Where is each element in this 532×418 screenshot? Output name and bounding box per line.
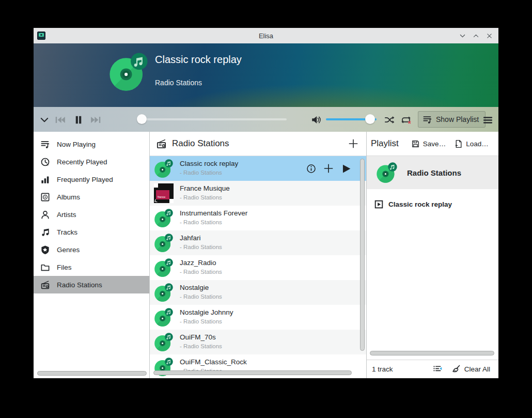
station-subtitle: - Radio Stations <box>180 343 222 349</box>
browse-title: Radio Stations <box>172 138 348 149</box>
playlist-panel: Playlist Save… Load… Radio Stations Clas… <box>367 132 498 378</box>
browse-panel: Radio Stations Classic rock replay - Rad… <box>150 132 367 378</box>
minimize-button[interactable] <box>459 32 466 40</box>
collapse-header-button[interactable] <box>38 113 51 127</box>
sidebar-horizontal-scrollbar[interactable] <box>37 371 147 376</box>
seek-slider-handle[interactable] <box>137 114 147 124</box>
station-enqueue-button[interactable] <box>323 163 334 174</box>
sidebar-item-artists[interactable]: Artists <box>34 206 149 223</box>
menu-button[interactable] <box>481 113 494 127</box>
station-subtitle: - Radio Stations <box>180 219 222 225</box>
sidebar-item-genres[interactable]: Genres <box>34 241 149 258</box>
sidebar-item-tracks[interactable]: Tracks <box>34 223 149 241</box>
skip-backward-button[interactable] <box>53 113 67 127</box>
station-subtitle: - Radio Stations <box>180 244 222 250</box>
skip-forward-button[interactable] <box>89 113 103 127</box>
sidebar-item-label: Files <box>57 264 72 271</box>
album-icon <box>40 192 50 202</box>
playlist-group-header[interactable]: Radio Stations <box>367 156 498 189</box>
volume-icon[interactable] <box>309 113 323 127</box>
station-play-button[interactable] <box>340 163 352 174</box>
station-info-button[interactable] <box>305 163 317 174</box>
station-title: Jazz_Radio <box>180 259 216 267</box>
radio-station-row[interactable]: Classic rock replay - Radio Stations <box>150 156 366 181</box>
station-subtitle: - Radio Stations <box>180 169 222 176</box>
genre-icon <box>40 245 50 255</box>
station-art-icon <box>154 233 174 253</box>
station-subtitle: - Radio Stations <box>180 194 222 200</box>
show-current-track-button[interactable] <box>433 364 443 374</box>
clear-all-button[interactable]: Clear All <box>451 364 490 374</box>
station-title: OuiFM_Classic_Rock <box>180 358 247 366</box>
show-playlist-label: Show Playlist <box>436 115 479 123</box>
station-title: Nostalgie Johnny <box>180 308 233 316</box>
load-playlist-button[interactable]: Load… <box>451 137 492 150</box>
save-icon <box>411 140 420 148</box>
station-art-france-musique: francemusique <box>154 183 174 203</box>
playlist-icon <box>423 115 432 125</box>
sidebar-item-files[interactable]: Files <box>34 258 149 276</box>
sidebar-item-radio-stations[interactable]: Radio Stations <box>34 276 149 293</box>
station-art-icon <box>154 208 174 228</box>
sidebar-item-label: Genres <box>57 246 80 254</box>
clear-all-label: Clear All <box>464 365 490 373</box>
load-playlist-label: Load… <box>466 140 489 148</box>
add-radio-button[interactable] <box>348 138 359 149</box>
show-playlist-button[interactable]: Show Playlist <box>418 111 486 128</box>
radio-icon <box>40 280 50 290</box>
pause-button[interactable] <box>72 113 85 127</box>
sidebar-item-albums[interactable]: Albums <box>34 188 149 206</box>
titlebar[interactable]: Elisa <box>34 28 498 43</box>
radio-station-row[interactable]: francemusique France Musique - Radio Sta… <box>150 181 366 206</box>
player-bar: Show Playlist <box>34 107 498 132</box>
sidebar-item-now-playing[interactable]: Now Playing <box>34 135 149 153</box>
clock-icon <box>40 157 50 167</box>
broom-icon <box>451 364 461 374</box>
volume-slider-handle[interactable] <box>365 114 375 124</box>
playlist-track-title: Classic rock replay <box>388 200 452 208</box>
seek-slider[interactable] <box>138 118 287 120</box>
sidebar-item-label: Now Playing <box>57 141 96 148</box>
header-track-title: Classic rock replay <box>155 54 242 66</box>
browse-vertical-scrollbar[interactable] <box>360 159 365 351</box>
volume-slider[interactable] <box>326 118 377 120</box>
station-title: France Musique <box>180 184 230 192</box>
show-current-track-icon <box>433 364 443 374</box>
save-playlist-label: Save… <box>423 140 446 148</box>
station-title: Jahfari <box>180 234 201 242</box>
sidebar: Now Playing Recently Played Frequently P… <box>34 132 150 378</box>
window-title: Elisa <box>259 32 273 40</box>
playlist-group-art-icon <box>376 162 398 183</box>
station-title: Classic rock replay <box>180 160 238 167</box>
radio-station-row[interactable]: Jahfari - Radio Stations <box>150 230 366 255</box>
playlist-horizontal-scrollbar[interactable] <box>370 351 494 355</box>
folder-icon <box>40 262 50 272</box>
playlist-title: Playlist <box>371 138 399 149</box>
station-subtitle: - Radio Stations <box>180 293 222 300</box>
close-button[interactable] <box>486 32 493 40</box>
repeat-off-button[interactable] <box>399 113 413 127</box>
save-playlist-button[interactable]: Save… <box>408 137 449 150</box>
header-track-subtitle: Radio Stations <box>155 79 202 87</box>
radio-station-row[interactable]: OuiFM_70s - Radio Stations <box>150 330 366 354</box>
playing-indicator-icon <box>374 200 383 209</box>
sidebar-item-label: Radio Stations <box>57 281 102 289</box>
sidebar-item-label: Albums <box>57 193 80 201</box>
maximize-button[interactable] <box>472 32 480 40</box>
station-title: Nostalgie <box>180 284 209 291</box>
shuffle-button[interactable] <box>383 113 396 127</box>
station-art-icon <box>154 307 174 327</box>
sidebar-item-frequently-played[interactable]: Frequently Played <box>34 171 149 188</box>
load-icon <box>454 140 463 148</box>
playlist-track-row[interactable]: Classic rock replay <box>367 195 498 213</box>
radio-station-row[interactable]: Nostalgie Johnny - Radio Stations <box>150 305 366 330</box>
sidebar-item-label: Tracks <box>57 228 77 236</box>
radio-station-row[interactable]: Instrumentals Forever - Radio Stations <box>150 206 366 230</box>
radio-station-row[interactable]: Jazz_Radio - Radio Stations <box>150 255 366 280</box>
sidebar-item-recently-played[interactable]: Recently Played <box>34 153 149 171</box>
album-art-icon <box>108 52 149 92</box>
station-art-icon <box>154 283 174 302</box>
browse-horizontal-scrollbar[interactable] <box>153 370 352 375</box>
radio-station-row[interactable]: Nostalgie - Radio Stations <box>150 280 366 305</box>
station-art-icon <box>154 159 174 178</box>
